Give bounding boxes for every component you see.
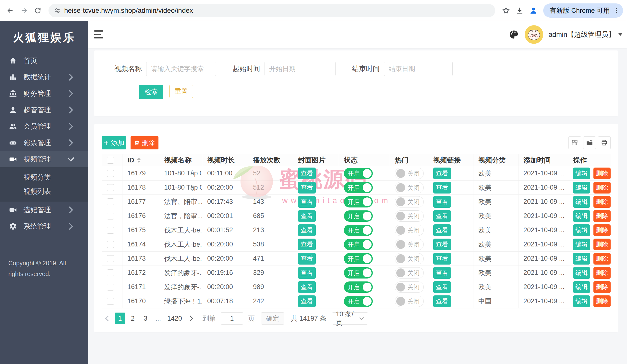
- hot-toggle[interactable]: 关闭: [395, 210, 424, 222]
- delete-button[interactable]: 删除: [593, 224, 611, 236]
- edit-button[interactable]: 编辑: [573, 182, 590, 194]
- hot-toggle[interactable]: 关闭: [395, 168, 424, 179]
- cover-view-button[interactable]: 查看: [298, 224, 316, 236]
- delete-button[interactable]: 删除: [593, 167, 611, 179]
- link-view-button[interactable]: 查看: [433, 167, 451, 179]
- end-date-input[interactable]: [384, 62, 453, 76]
- sidebar-item-finance[interactable]: 财务管理: [0, 85, 88, 102]
- download-icon[interactable]: [513, 4, 526, 17]
- page-number[interactable]: 2: [128, 312, 138, 324]
- site-settings-icon[interactable]: [54, 7, 61, 14]
- link-view-button[interactable]: 查看: [433, 281, 451, 293]
- cover-view-button[interactable]: 查看: [298, 182, 316, 194]
- cover-view-button[interactable]: 查看: [298, 196, 316, 208]
- column-filter-icon[interactable]: [569, 136, 581, 149]
- edit-button[interactable]: 编辑: [573, 239, 590, 250]
- delete-button[interactable]: 删除: [593, 295, 611, 307]
- back-icon[interactable]: [4, 4, 17, 17]
- search-button[interactable]: 检索: [139, 85, 163, 99]
- hot-toggle[interactable]: 关闭: [395, 267, 424, 278]
- bulk-delete-button[interactable]: 删除: [131, 136, 158, 150]
- sidebar-item-video-list[interactable]: 视频列表: [0, 184, 88, 199]
- edit-button[interactable]: 编辑: [573, 295, 590, 307]
- goto-confirm-button[interactable]: 确定: [261, 312, 284, 324]
- status-toggle[interactable]: 开启: [344, 296, 373, 307]
- delete-button[interactable]: 删除: [593, 267, 611, 279]
- print-icon[interactable]: [598, 136, 611, 149]
- per-page-select[interactable]: 10 条/页: [332, 312, 368, 324]
- link-view-button[interactable]: 查看: [433, 295, 451, 307]
- sidebar-item-superadmin[interactable]: 超管管理: [0, 102, 88, 118]
- chrome-update-badge[interactable]: 有新版 Chrome 可用: [543, 3, 623, 18]
- link-view-button[interactable]: 查看: [433, 210, 451, 222]
- page-number[interactable]: 3: [140, 312, 151, 324]
- forward-icon[interactable]: [18, 4, 30, 17]
- sidebar-item-video[interactable]: 视频管理: [0, 151, 88, 167]
- row-checkbox[interactable]: [107, 241, 114, 248]
- admin-dropdown[interactable]: admin【超级管理员】: [549, 30, 623, 39]
- url-bar[interactable]: heise-tcvue.hwym.shop/admin/video/index: [49, 4, 495, 17]
- delete-button[interactable]: 删除: [593, 281, 611, 293]
- select-all-checkbox[interactable]: [107, 157, 114, 164]
- video-name-input[interactable]: [146, 62, 216, 76]
- status-toggle[interactable]: 开启: [344, 253, 373, 264]
- link-view-button[interactable]: 查看: [433, 253, 451, 264]
- edit-button[interactable]: 编辑: [573, 210, 590, 222]
- start-date-input[interactable]: [264, 62, 336, 76]
- link-view-button[interactable]: 查看: [433, 267, 451, 279]
- row-checkbox[interactable]: [107, 213, 114, 219]
- delete-button[interactable]: 删除: [593, 182, 611, 194]
- status-toggle[interactable]: 开启: [344, 182, 373, 193]
- cover-view-button[interactable]: 查看: [298, 167, 316, 179]
- delete-button[interactable]: 删除: [593, 239, 611, 250]
- cover-view-button[interactable]: 查看: [298, 253, 316, 264]
- edit-button[interactable]: 编辑: [573, 253, 590, 264]
- row-checkbox[interactable]: [107, 269, 114, 276]
- reload-icon[interactable]: [31, 4, 44, 17]
- cover-view-button[interactable]: 查看: [298, 267, 316, 279]
- link-view-button[interactable]: 查看: [433, 196, 451, 208]
- next-page-icon[interactable]: [186, 312, 197, 324]
- sidebar-item-home[interactable]: 首页: [0, 52, 88, 69]
- sidebar-item-members[interactable]: 会员管理: [0, 118, 88, 135]
- link-view-button[interactable]: 查看: [433, 182, 451, 194]
- reset-button[interactable]: 重置: [169, 85, 193, 98]
- status-toggle[interactable]: 开启: [344, 239, 373, 250]
- status-toggle[interactable]: 开启: [344, 267, 373, 278]
- goto-page-input[interactable]: [221, 312, 243, 324]
- cover-view-button[interactable]: 查看: [298, 210, 316, 222]
- edit-button[interactable]: 编辑: [573, 281, 590, 293]
- status-toggle[interactable]: 开启: [344, 225, 373, 236]
- status-toggle[interactable]: 开启: [344, 168, 373, 179]
- page-number[interactable]: 1: [115, 312, 125, 324]
- sidebar-item-girls[interactable]: 选妃管理: [0, 202, 88, 218]
- edit-button[interactable]: 编辑: [573, 224, 590, 236]
- hot-toggle[interactable]: 关闭: [395, 196, 424, 208]
- avatar[interactable]: [525, 25, 543, 44]
- row-checkbox[interactable]: [107, 255, 114, 262]
- delete-button[interactable]: 删除: [593, 210, 611, 222]
- row-checkbox[interactable]: [107, 284, 114, 291]
- page-number[interactable]: 1420: [166, 312, 183, 324]
- add-button[interactable]: 添加: [102, 136, 126, 150]
- profile-icon[interactable]: [527, 4, 540, 17]
- sidebar-item-lottery[interactable]: 彩票管理: [0, 135, 88, 151]
- hot-toggle[interactable]: 关闭: [395, 225, 424, 236]
- delete-button[interactable]: 删除: [593, 196, 611, 208]
- menu-toggle-icon[interactable]: [94, 28, 107, 41]
- row-checkbox[interactable]: [107, 227, 114, 234]
- bookmark-star-icon[interactable]: [500, 4, 512, 17]
- row-checkbox[interactable]: [107, 198, 114, 205]
- hot-toggle[interactable]: 关闭: [395, 253, 424, 264]
- theme-palette-icon[interactable]: [509, 29, 519, 40]
- status-toggle[interactable]: 开启: [344, 210, 373, 222]
- cover-view-button[interactable]: 查看: [298, 281, 316, 293]
- hot-toggle[interactable]: 关闭: [395, 281, 424, 293]
- link-view-button[interactable]: 查看: [433, 239, 451, 250]
- sidebar-item-system[interactable]: 系统管理: [0, 218, 88, 234]
- cover-view-button[interactable]: 查看: [298, 295, 316, 307]
- browser-menu-icon[interactable]: [613, 7, 620, 14]
- edit-button[interactable]: 编辑: [573, 167, 590, 179]
- sort-icon[interactable]: [137, 157, 141, 163]
- edit-button[interactable]: 编辑: [573, 196, 590, 208]
